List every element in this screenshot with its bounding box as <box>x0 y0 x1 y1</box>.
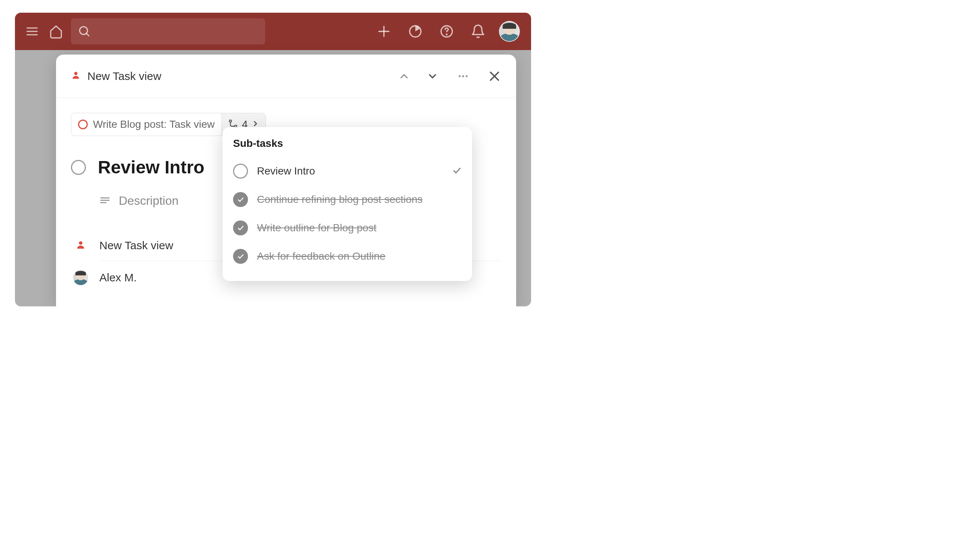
meta-assignee-label: Alex M. <box>99 271 137 284</box>
topbar <box>15 13 531 50</box>
parent-task-link[interactable]: Write Blog post: Task view <box>72 113 221 136</box>
breadcrumb-project-label: New Task view <box>88 70 161 83</box>
productivity-icon[interactable] <box>405 21 426 42</box>
prev-task-button[interactable] <box>398 70 410 82</box>
add-icon[interactable] <box>374 21 395 42</box>
subtask-checkbox-done[interactable] <box>233 192 248 207</box>
subtasks-popover: Sub-tasks Review Intro Continue refining… <box>223 127 472 281</box>
breadcrumb-project[interactable]: New Task view <box>71 70 161 83</box>
svg-point-10 <box>74 72 78 75</box>
avatar[interactable] <box>499 21 520 42</box>
svg-point-12 <box>462 75 464 77</box>
subtask-checkbox-done[interactable] <box>233 249 248 264</box>
search-input[interactable] <box>71 18 265 45</box>
notifications-icon[interactable] <box>468 21 488 42</box>
modal-header-actions <box>398 70 501 83</box>
more-options-button[interactable] <box>455 70 471 82</box>
subtask-label: Review Intro <box>257 165 443 177</box>
check-icon <box>452 166 461 177</box>
subtasks-popover-title: Sub-tasks <box>233 137 461 150</box>
topbar-right <box>374 21 524 42</box>
description-placeholder: Description <box>119 194 178 208</box>
subtask-item[interactable]: Write outline for Blog post <box>233 214 461 242</box>
svg-point-11 <box>459 75 460 77</box>
svg-point-9 <box>446 34 447 35</box>
subtask-item[interactable]: Continue refining blog post sections <box>233 185 461 214</box>
parent-task-title: Write Blog post: Task view <box>93 118 215 131</box>
subtask-checkbox-done[interactable] <box>233 220 248 235</box>
parent-task-checkbox[interactable] <box>78 120 88 129</box>
svg-line-4 <box>86 33 89 36</box>
assignee-avatar <box>73 270 88 285</box>
person-icon <box>71 70 81 83</box>
modal-header: New Task view <box>56 54 516 98</box>
description-icon <box>99 194 111 207</box>
person-icon <box>75 239 86 252</box>
subtask-label: Continue refining blog post sections <box>257 193 461 206</box>
next-task-button[interactable] <box>426 70 439 82</box>
svg-point-13 <box>466 75 468 77</box>
subtask-item[interactable]: Review Intro <box>233 157 461 185</box>
home-icon[interactable] <box>46 21 67 42</box>
svg-point-21 <box>79 241 82 245</box>
menu-icon[interactable] <box>22 21 43 42</box>
subtask-checkbox[interactable] <box>233 164 248 179</box>
task-checkbox[interactable] <box>71 160 86 175</box>
meta-project-label: New Task view <box>99 239 173 252</box>
task-title[interactable]: Review Intro <box>98 157 204 177</box>
subtask-label: Ask for feedback on Outline <box>257 250 461 262</box>
close-button[interactable] <box>488 70 501 83</box>
help-icon[interactable] <box>436 21 457 42</box>
search-icon <box>78 25 91 38</box>
subtask-label: Write outline for Blog post <box>257 222 461 234</box>
subtask-item[interactable]: Ask for feedback on Outline <box>233 242 461 271</box>
